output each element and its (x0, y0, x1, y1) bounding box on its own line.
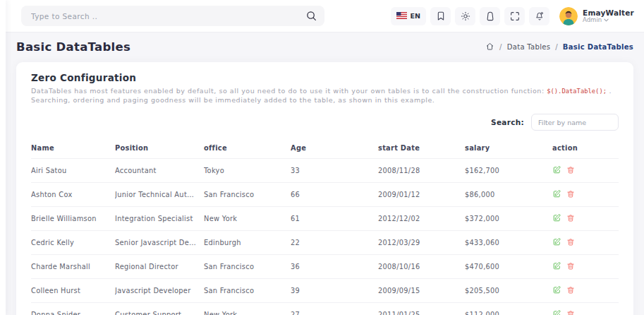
cell-position: Javascript Developer (115, 279, 204, 303)
breadcrumb-item-data-tables[interactable]: Data Tables (507, 43, 550, 51)
search-input[interactable] (21, 6, 324, 26)
cart-button[interactable] (480, 7, 500, 25)
delete-icon (566, 165, 575, 174)
edit-icon (552, 189, 561, 198)
cell-start-date: 2012/03/29 (378, 231, 465, 255)
table-row: Colleen HurstJavascript DeveloperSan Fra… (31, 279, 619, 303)
delete-button[interactable] (566, 165, 575, 174)
code-snippet: $().DataTable(); (547, 88, 607, 95)
table-filter: Search: (31, 114, 619, 131)
cell-age: 27 (291, 303, 378, 315)
column-header[interactable]: Position (115, 138, 204, 159)
edit-button[interactable] (552, 189, 561, 198)
cell-office: Edinburgh (204, 231, 291, 255)
cell-start-date: 2009/01/12 (378, 183, 465, 207)
column-header[interactable]: Age (291, 138, 378, 159)
cell-office: New York (204, 207, 291, 231)
us-flag-icon (396, 12, 407, 20)
edit-icon (552, 165, 561, 174)
search-label: Search: (491, 118, 524, 126)
topbar-actions: EN EmayWalter Admin (391, 7, 634, 25)
delete-button[interactable] (566, 213, 575, 222)
cell-salary: $205,500 (465, 279, 552, 303)
cell-position: Integration Specialist (115, 207, 204, 231)
cell-start-date: 2012/12/02 (378, 207, 465, 231)
global-search (21, 6, 324, 26)
filter-input[interactable] (531, 114, 619, 131)
cell-position: Senior Javascript Developer (115, 231, 204, 255)
search-icon[interactable] (306, 11, 317, 24)
cell-action (552, 279, 619, 303)
datatable-card: Zero Configuration DataTables has most f… (16, 62, 633, 315)
edit-icon (552, 309, 561, 315)
theme-toggle-button[interactable] (455, 7, 475, 25)
cell-name: Cedric Kelly (31, 231, 115, 255)
cell-age: 61 (291, 207, 378, 231)
column-header[interactable]: action (552, 138, 619, 159)
cell-start-date: 2011/01/25 (378, 303, 465, 315)
page-header: Basic DataTables / Data Tables / Basic D… (6, 32, 644, 62)
avatar (559, 7, 578, 25)
delete-button[interactable] (566, 237, 575, 246)
topbar: EN EmayWalter Admin (6, 0, 644, 32)
language-selector[interactable]: EN (391, 7, 426, 25)
cell-office: San Francisco (204, 255, 291, 279)
cell-age: 33 (291, 159, 378, 183)
cell-action (552, 183, 619, 207)
notifications-button[interactable] (529, 7, 549, 25)
bag-icon (485, 11, 496, 22)
table-row: Airi SatouAccountantTokyo332008/11/28$16… (31, 159, 619, 183)
table-header-row: NamePositionofficeAgestart Datesalaryact… (31, 138, 619, 159)
user-name: EmayWalter (583, 8, 634, 17)
cell-salary: $433,060 (465, 231, 552, 255)
cell-name: Charde Marshall (31, 255, 115, 279)
cell-action (552, 303, 619, 315)
data-table: NamePositionofficeAgestart Datesalaryact… (31, 138, 619, 315)
edit-button[interactable] (552, 213, 561, 222)
cell-position: Regional Director (115, 255, 204, 279)
edit-button[interactable] (552, 237, 561, 246)
cell-name: Ashton Cox (31, 183, 115, 207)
cell-office: San Francisco (204, 183, 291, 207)
table-row: Brielle WilliamsonIntegration Specialist… (31, 207, 619, 231)
chevron-down-icon (604, 18, 609, 22)
cell-start-date: 2008/11/28 (378, 159, 465, 183)
language-label: EN (411, 12, 420, 20)
maximize-icon (509, 11, 521, 22)
cell-position: Accountant (115, 159, 204, 183)
cell-action (552, 231, 619, 255)
delete-button[interactable] (566, 309, 575, 315)
bookmark-button[interactable] (430, 7, 451, 25)
cell-name: Brielle Williamson (31, 207, 115, 231)
table-row: Donna SniderCustomer SupportNew York2720… (31, 303, 619, 315)
column-header[interactable]: office (204, 138, 291, 159)
fullscreen-button[interactable] (504, 7, 525, 25)
edit-icon (552, 285, 561, 295)
edit-button[interactable] (552, 309, 561, 315)
cell-position: Junior Technical Author (115, 183, 204, 207)
cell-age: 39 (291, 279, 378, 303)
column-header[interactable]: Name (31, 138, 115, 159)
edit-button[interactable] (552, 285, 561, 295)
delete-icon (566, 309, 575, 315)
home-icon[interactable] (485, 42, 494, 52)
delete-icon (566, 213, 575, 222)
table-row: Cedric KellySenior Javascript DeveloperE… (31, 231, 619, 255)
column-header[interactable]: start Date (378, 138, 465, 159)
cell-name: Colleen Hurst (31, 279, 115, 303)
column-header[interactable]: salary (465, 138, 552, 159)
edit-button[interactable] (552, 261, 561, 271)
delete-button[interactable] (566, 189, 575, 198)
delete-button[interactable] (566, 261, 575, 271)
cell-age: 36 (291, 255, 378, 279)
cell-office: Tokyo (204, 159, 291, 183)
delete-button[interactable] (566, 285, 575, 295)
card-title: Zero Configuration (31, 72, 619, 83)
edit-icon (552, 261, 561, 271)
cell-age: 66 (291, 183, 378, 207)
delete-icon (566, 285, 575, 295)
bell-icon (534, 11, 545, 22)
user-menu[interactable]: EmayWalter Admin (559, 7, 634, 25)
edit-button[interactable] (552, 165, 561, 174)
breadcrumb-item-current: Basic DataTables (563, 43, 633, 51)
